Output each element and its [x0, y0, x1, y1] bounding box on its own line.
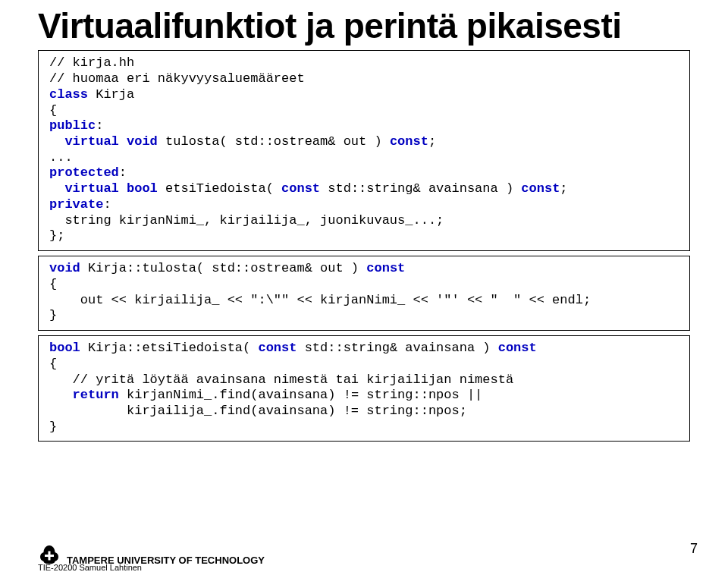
code-block-2: void Kirja::tulosta( std::ostream& out )… [38, 256, 690, 331]
code-block-3: bool Kirja::etsiTiedoista( const std::st… [38, 335, 690, 442]
svg-rect-2 [45, 555, 54, 557]
code-text: : [96, 118, 103, 133]
code-line: { [49, 103, 57, 118]
code-line: // kirja.hh [49, 55, 134, 70]
code-text: tulosta( std::ostream& out ) [158, 134, 390, 149]
code-text: Kirja [88, 87, 134, 102]
code-text: kirjanNimi_.find(avainsana) != string::n… [119, 388, 482, 402]
keyword: const [521, 181, 560, 196]
code-line: out << kirjailija_ << ":\"" << kirjanNim… [49, 293, 591, 307]
code-block-1: // kirja.hh // huomaa eri näkyvyysaluemä… [38, 50, 690, 251]
keyword: const [258, 341, 297, 355]
keyword: virtual void [49, 134, 158, 149]
keyword: const [281, 181, 320, 196]
keyword: virtual bool [49, 181, 158, 196]
code-text: Kirja::tulosta( std::ostream& out ) [80, 261, 366, 275]
code-text: : [103, 197, 111, 212]
code-text: std::string& avainsana ) [320, 181, 521, 196]
keyword: class [49, 87, 88, 102]
keyword: const [498, 341, 537, 355]
code-line: kirjailija_.find(avainsana) != string::n… [49, 404, 467, 418]
course-label: TIE-20200 Samuel Lahtinen [38, 563, 142, 572]
code-line: // huomaa eri näkyvyysaluemääreet [49, 71, 305, 86]
code-text: Kirja::etsiTiedoista( [80, 341, 259, 355]
page-number: 7 [690, 541, 698, 557]
keyword: bool [49, 341, 80, 355]
code-text: std::string& avainsana ) [297, 341, 497, 355]
code-text: ; [428, 134, 436, 149]
keyword: public [49, 118, 96, 133]
keyword: const [366, 261, 405, 275]
code-line: ... [49, 150, 73, 165]
code-line: { [49, 277, 57, 291]
code-line: }; [49, 228, 64, 243]
code-line: } [49, 308, 57, 322]
code-text: etsiTiedoista( [158, 181, 281, 196]
code-line: // yritä löytää avainsana nimestä tai ki… [49, 372, 513, 387]
keyword: protected [49, 165, 119, 180]
keyword: return [49, 388, 119, 402]
code-text: ; [560, 181, 567, 196]
code-line: { [49, 357, 57, 371]
code-line: } [49, 420, 57, 434]
keyword: private [49, 197, 103, 212]
code-line: string kirjanNimi_, kirjailija_, juoniku… [49, 213, 444, 228]
code-text: : [119, 165, 127, 180]
keyword: const [390, 134, 428, 149]
keyword: void [49, 261, 80, 275]
slide-title: Virtuaalifunktiot ja perintä pikaisesti [38, 8, 690, 44]
